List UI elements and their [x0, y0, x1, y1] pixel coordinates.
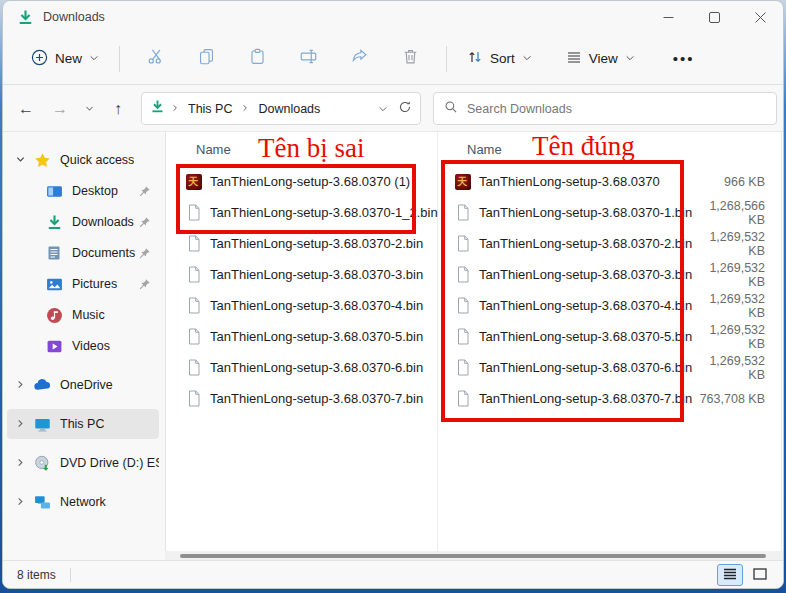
sidebar-item-label: Music [72, 308, 105, 322]
recent-locations-chevron-icon[interactable] [79, 94, 99, 124]
file-name: TanThienLong-setup-3.68.0370 (1) [210, 174, 410, 189]
view-list-icon [566, 49, 582, 68]
file-row[interactable]: TanThienLong-setup-3.68.0370-7.bin [169, 383, 437, 414]
sidebar-item-label: Pictures [72, 277, 117, 291]
paste-button[interactable] [238, 40, 277, 77]
new-button-label: New [55, 51, 82, 66]
search-icon [444, 100, 458, 118]
sidebar-item-downloads[interactable]: Downloads [7, 207, 159, 237]
breadcrumb-chevron-icon [171, 103, 179, 114]
refresh-icon[interactable] [398, 100, 412, 118]
file-row[interactable]: TanThienLong-setup-3.68.0370-3.bin [169, 259, 437, 290]
sidebar-item-quick-access[interactable]: Quick access [7, 145, 159, 175]
pin-icon [138, 277, 151, 290]
up-button[interactable]: ↑ [103, 94, 133, 124]
content-area: Quick accessDesktopDownloadsDocumentsPic… [3, 132, 783, 551]
sidebar-item-label: DVD Drive (D:) ESD-I [60, 456, 159, 470]
window-title: Downloads [43, 10, 105, 24]
file-name: TanThienLong-setup-3.68.0370-4.bin [479, 298, 692, 313]
file-row[interactable]: TanThienLong-setup-3.68.0370-5.bin1,269,… [441, 321, 783, 352]
details-view-button[interactable] [717, 564, 743, 586]
chevron-down-icon [89, 51, 99, 66]
sort-icon [467, 49, 483, 68]
search-input[interactable]: Search Downloads [433, 92, 777, 125]
file-icon [454, 297, 471, 314]
annotation-wrong-name: Tên bị sai [258, 133, 364, 164]
file-size: 1,269,532 KB [692, 261, 765, 289]
file-row[interactable]: TanThienLong-setup-3.68.0370-1.bin1,268,… [441, 197, 783, 228]
large-icons-view-button[interactable] [747, 564, 773, 586]
name-column-header[interactable]: Name [196, 142, 231, 157]
file-name: TanThienLong-setup-3.68.0370-2.bin [210, 236, 423, 251]
paste-icon [249, 48, 266, 69]
file-name: TanThienLong-setup-3.68.0370-7.bin [210, 391, 423, 406]
sidebar-item-label: OneDrive [60, 378, 113, 392]
sidebar-item-network[interactable]: Network [7, 487, 159, 517]
file-row[interactable]: TanThienLong-setup-3.68.0370-1_2.bin [169, 197, 437, 228]
file-row[interactable]: 天TanThienLong-setup-3.68.0370 (1) [169, 166, 437, 197]
wrong-names-pane: Name 天TanThienLong-setup-3.68.0370 (1)Ta… [169, 132, 437, 414]
sidebar-item-label: Documents [72, 246, 135, 260]
forward-button[interactable]: → [45, 94, 75, 124]
sidebar-item-onedrive[interactable]: OneDrive [7, 370, 159, 400]
delete-icon [402, 48, 419, 69]
file-name: TanThienLong-setup-3.68.0370-4.bin [210, 298, 423, 313]
name-column-header[interactable]: Name [467, 142, 502, 157]
address-bar[interactable]: This PC Downloads [141, 92, 421, 125]
sidebar-item-label: Network [60, 495, 106, 509]
sidebar-item-this-pc[interactable]: This PC [7, 409, 159, 439]
navigation-pane: Quick accessDesktopDownloadsDocumentsPic… [3, 132, 163, 551]
file-row[interactable]: TanThienLong-setup-3.68.0370-4.bin [169, 290, 437, 321]
desktop-icon [45, 182, 63, 200]
file-row[interactable]: TanThienLong-setup-3.68.0370-6.bin [169, 352, 437, 383]
sidebar-item-music[interactable]: Music [7, 300, 159, 330]
copy-button[interactable] [187, 40, 226, 77]
file-row[interactable]: TanThienLong-setup-3.68.0370-3.bin1,269,… [441, 259, 783, 290]
cut-button[interactable] [136, 40, 175, 77]
command-toolbar: New Sort View ••• [3, 33, 783, 85]
sidebar-item-pictures[interactable]: Pictures [7, 269, 159, 299]
network-icon [33, 493, 51, 511]
share-button[interactable] [340, 40, 379, 77]
view-button[interactable]: View [556, 42, 645, 75]
file-row[interactable]: TanThienLong-setup-3.68.0370-6.bin1,269,… [441, 352, 783, 383]
breadcrumb-this-pc[interactable]: This PC [185, 100, 235, 118]
sidebar-item-desktop[interactable]: Desktop [7, 176, 159, 206]
file-row[interactable]: TanThienLong-setup-3.68.0370-4.bin1,269,… [441, 290, 783, 321]
file-row[interactable]: TanThienLong-setup-3.68.0370-7.bin763,70… [441, 383, 783, 414]
downloads-folder-icon [150, 99, 165, 118]
sidebar-item-videos[interactable]: Videos [7, 331, 159, 361]
sidebar-item-documents[interactable]: Documents [7, 238, 159, 268]
see-more-button[interactable]: ••• [661, 44, 707, 73]
close-button[interactable] [737, 1, 783, 33]
item-count: 8 items [17, 568, 56, 582]
file-icon [454, 235, 471, 252]
toolbar-divider [446, 46, 447, 72]
onedrive-icon [33, 376, 51, 394]
scrollbar-thumb[interactable] [180, 554, 766, 558]
chevron-right-icon [15, 376, 26, 394]
rename-button[interactable] [289, 40, 328, 77]
breadcrumb-downloads[interactable]: Downloads [255, 100, 323, 118]
file-size: 966 KB [724, 175, 765, 189]
new-button[interactable]: New [21, 42, 109, 76]
back-button[interactable]: ← [11, 94, 41, 124]
file-icon [185, 328, 202, 345]
file-row[interactable]: 天TanThienLong-setup-3.68.0370966 KB [441, 166, 783, 197]
file-name: TanThienLong-setup-3.68.0370-2.bin [479, 236, 692, 251]
sort-button-label: Sort [490, 51, 515, 66]
file-row[interactable]: TanThienLong-setup-3.68.0370-2.bin [169, 228, 437, 259]
chevron-right-icon [15, 415, 26, 433]
file-row[interactable]: TanThienLong-setup-3.68.0370-2.bin1,269,… [441, 228, 783, 259]
pin-icon [138, 184, 151, 197]
sort-button[interactable]: Sort [457, 42, 542, 75]
plus-circle-icon [31, 49, 48, 69]
maximize-button[interactable] [691, 1, 737, 33]
address-dropdown-chevron-icon[interactable] [378, 100, 388, 118]
delete-button[interactable] [391, 40, 430, 77]
this-pc-icon [33, 415, 51, 433]
dvd-icon [33, 454, 51, 472]
file-row[interactable]: TanThienLong-setup-3.68.0370-5.bin [169, 321, 437, 352]
sidebar-item-dvd-drive-d-esd-i[interactable]: DVD Drive (D:) ESD-I [7, 448, 159, 478]
minimize-button[interactable] [645, 1, 691, 33]
